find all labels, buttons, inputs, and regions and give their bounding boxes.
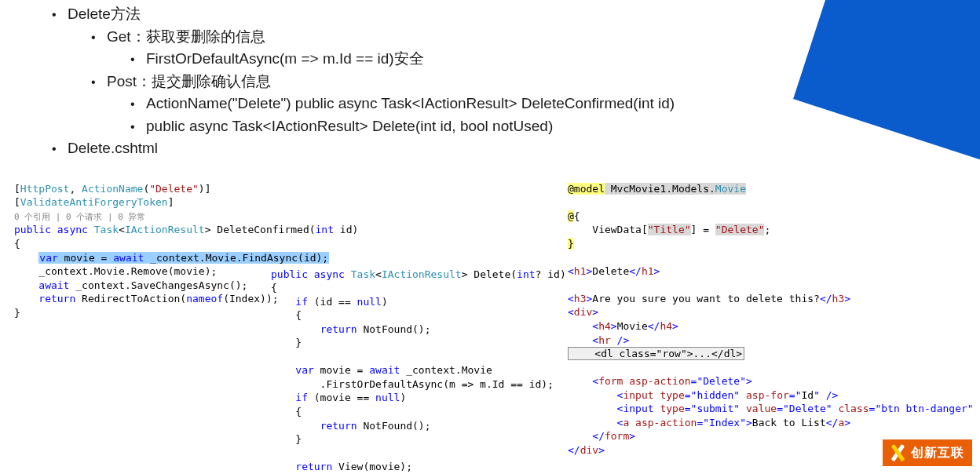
- brand-logo: 创新互联: [883, 439, 972, 466]
- code-razor-view: @model MvcMovie1.Models.Movie @{ ViewDat…: [568, 168, 980, 457]
- collapsed-region[interactable]: <dl class="row">...</dl>: [568, 347, 744, 360]
- bullet-delete-cshtml: Delete.cshtml: [52, 137, 980, 160]
- code-delete-get: public async Task<IActionResult> Delete(…: [271, 253, 566, 474]
- logo-text: 创新互联: [911, 445, 964, 461]
- logo-x-icon: [887, 443, 908, 463]
